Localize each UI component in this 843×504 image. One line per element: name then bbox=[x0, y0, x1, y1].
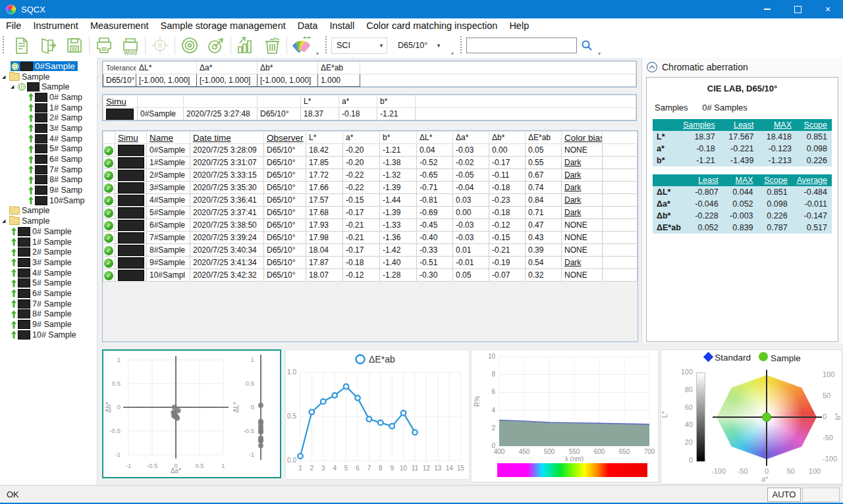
column-header[interactable]: Color bias bbox=[562, 132, 603, 144]
menu-help[interactable]: Help bbox=[503, 20, 535, 31]
tree-item-1-sample[interactable]: 1# Sample bbox=[0, 237, 97, 247]
tree-item-3-sample[interactable]: 3# Sample bbox=[0, 257, 97, 268]
column-header[interactable]: L* bbox=[301, 95, 339, 108]
maximize-button[interactable] bbox=[782, 0, 813, 18]
export-button[interactable] bbox=[35, 34, 61, 57]
gamut-chart-panel[interactable]: StandardSample100806040200L*100500-50-10… bbox=[661, 349, 842, 484]
tree-item-10-samp[interactable]: 10#Samp bbox=[0, 195, 97, 206]
tree-item-sample[interactable]: ◢Sample bbox=[0, 82, 97, 92]
tree-item-9-sample[interactable]: 9# Sample bbox=[0, 319, 97, 330]
tree-item-4-sample[interactable]: 4# Sample bbox=[0, 268, 97, 278]
column-header[interactable]: Tolerance bbox=[103, 62, 136, 74]
tree-item-9-samp[interactable]: 9# Samp bbox=[0, 185, 97, 195]
column-header[interactable]: ΔE*ab bbox=[318, 62, 360, 74]
export-word-button[interactable]: Word bbox=[117, 34, 144, 57]
column-header[interactable]: Scope bbox=[758, 174, 792, 186]
column-header[interactable] bbox=[653, 174, 687, 186]
tree-item-0-samp[interactable]: 0# Samp bbox=[0, 92, 97, 103]
auto-button[interactable]: AUTO bbox=[767, 488, 801, 502]
column-header[interactable]: Δb* bbox=[489, 132, 526, 144]
column-header[interactable]: Simu bbox=[103, 95, 138, 108]
tree-item-4-samp[interactable]: 4# Samp bbox=[0, 134, 97, 144]
tree-item-0-sample[interactable]: 0#Sample bbox=[0, 61, 97, 72]
toolbar-overflow-icon[interactable]: ▾ bbox=[316, 51, 319, 57]
column-header[interactable]: Name bbox=[147, 132, 190, 144]
toolbar-grip[interactable] bbox=[3, 36, 5, 55]
delete-button[interactable] bbox=[259, 34, 285, 57]
menu-sample-storage-management[interactable]: Sample storage management bbox=[155, 20, 292, 31]
column-header[interactable]: ΔE*ab bbox=[526, 132, 562, 144]
toolbar-overflow-icon[interactable]: ▾ bbox=[598, 51, 601, 57]
save-button[interactable] bbox=[61, 34, 88, 57]
target-measure-button[interactable] bbox=[147, 34, 173, 57]
table-row[interactable]: ✓1#Sample2020/7/25 3:31:07D65/10°17.85-0… bbox=[103, 157, 638, 169]
color-palette-button[interactable] bbox=[288, 34, 315, 57]
tree-item-0-sample[interactable]: 0# Sample bbox=[0, 226, 97, 237]
close-button[interactable]: × bbox=[813, 0, 843, 18]
column-header[interactable]: Simu bbox=[115, 132, 147, 144]
column-header[interactable]: a* bbox=[339, 95, 377, 108]
tree-item-1-samp[interactable]: 1# Samp bbox=[0, 103, 97, 113]
color-bias-value[interactable]: Dark bbox=[564, 158, 581, 167]
column-header[interactable]: ΔL* bbox=[417, 132, 453, 144]
color-bias-value[interactable]: Dark bbox=[564, 183, 581, 192]
table-row[interactable]: ✓7#Sample2020/7/25 3:39:24D65/10°17.98-0… bbox=[103, 232, 638, 244]
column-header[interactable] bbox=[138, 95, 184, 108]
tree-item-7-samp[interactable]: 7# Samp bbox=[0, 164, 97, 175]
table-row[interactable]: ✓10#Sampl2020/7/25 3:42:32D65/10°18.07-0… bbox=[103, 269, 638, 282]
expand-arrow-icon[interactable]: ◢ bbox=[2, 218, 9, 224]
column-header[interactable]: Δa* bbox=[453, 132, 489, 144]
table-row[interactable]: ✓6#Sample2020/7/25 3:38:50D65/10°17.93-0… bbox=[103, 219, 638, 232]
tree-item-sample[interactable]: Sample bbox=[0, 206, 97, 216]
column-header[interactable]: b* bbox=[380, 132, 417, 144]
collapse-chevron-icon[interactable] bbox=[646, 61, 658, 73]
menu-data[interactable]: Data bbox=[292, 20, 324, 31]
column-header[interactable] bbox=[653, 119, 673, 131]
spectrum-chart-panel[interactable]: 0246810400450500550600650700λ (nm)R% bbox=[471, 349, 659, 482]
menu-install[interactable]: Install bbox=[323, 20, 360, 31]
mode-select[interactable]: SCI ▼ bbox=[331, 38, 387, 54]
column-header[interactable]: Least bbox=[687, 174, 722, 186]
column-header[interactable]: ΔL* bbox=[136, 62, 197, 74]
column-header[interactable]: Scope bbox=[796, 119, 832, 131]
menu-color-card-matching-inspection[interactable]: Color card matching inspection bbox=[360, 20, 503, 31]
statistics-button[interactable] bbox=[232, 34, 259, 57]
sample-measure-button[interactable] bbox=[203, 34, 229, 57]
toolbar-grip[interactable] bbox=[325, 36, 328, 55]
toolbar-grip[interactable] bbox=[460, 36, 463, 55]
column-header[interactable]: Observer bbox=[264, 132, 306, 144]
print-button[interactable] bbox=[91, 34, 117, 57]
column-header[interactable]: Average bbox=[792, 174, 832, 186]
illuminant-select[interactable]: D65/10° ▼ bbox=[393, 38, 445, 54]
table-row[interactable]: ✓8#Sample2020/7/25 3:40:34D65/10°18.04-0… bbox=[103, 244, 638, 257]
color-bias-value[interactable]: Dark bbox=[564, 170, 581, 180]
tree-item-7-sample[interactable]: 7# Sample bbox=[0, 299, 97, 309]
column-header[interactable] bbox=[258, 95, 301, 108]
column-header[interactable]: Δa* bbox=[197, 62, 258, 74]
tree-item-sample[interactable]: ◢Sample bbox=[0, 216, 97, 226]
column-header[interactable]: Δb* bbox=[258, 62, 318, 74]
column-header[interactable]: L* bbox=[306, 132, 343, 144]
tree-item-5-sample[interactable]: 5# Sample bbox=[0, 278, 97, 288]
tree-item-8-samp[interactable]: 8# Samp bbox=[0, 175, 97, 186]
column-header[interactable]: a* bbox=[343, 132, 380, 144]
table-row[interactable]: ✓0#Sample2020/7/25 3:28:09D65/10°18.42-0… bbox=[103, 144, 638, 157]
color-bias-value[interactable]: Dark bbox=[564, 195, 581, 205]
tree-item-6-samp[interactable]: 6# Samp bbox=[0, 154, 97, 164]
table-row[interactable]: ✓5#Sample2020/7/25 3:37:41D65/10°17.68-0… bbox=[103, 207, 638, 219]
tree-item-10-sample[interactable]: 10# Sample bbox=[0, 330, 97, 340]
calibration-button[interactable] bbox=[177, 34, 203, 57]
table-row[interactable]: ✓4#Sample2020/7/25 3:36:41D65/10°17.57-0… bbox=[103, 194, 638, 207]
table-row[interactable]: ✓3#Sample2020/7/25 3:35:30D65/10°17.66-0… bbox=[103, 182, 638, 194]
new-document-button[interactable] bbox=[9, 34, 35, 57]
tree-item-sample[interactable]: ◢Sample bbox=[0, 72, 97, 82]
tree-item-8-sample[interactable]: 8# Sample bbox=[0, 309, 97, 320]
menu-file[interactable]: File bbox=[0, 20, 27, 31]
panel-header[interactable]: Chromatic aberration bbox=[642, 58, 843, 76]
tree-item-2-sample[interactable]: 2# Sample bbox=[0, 247, 97, 257]
tree-item-3-samp[interactable]: 3# Samp bbox=[0, 123, 97, 134]
column-header[interactable]: Least bbox=[720, 119, 759, 131]
column-header[interactable]: b* bbox=[377, 95, 416, 108]
menu-measurement[interactable]: Measurement bbox=[84, 20, 155, 31]
menu-instrument[interactable]: Instrument bbox=[27, 20, 84, 31]
